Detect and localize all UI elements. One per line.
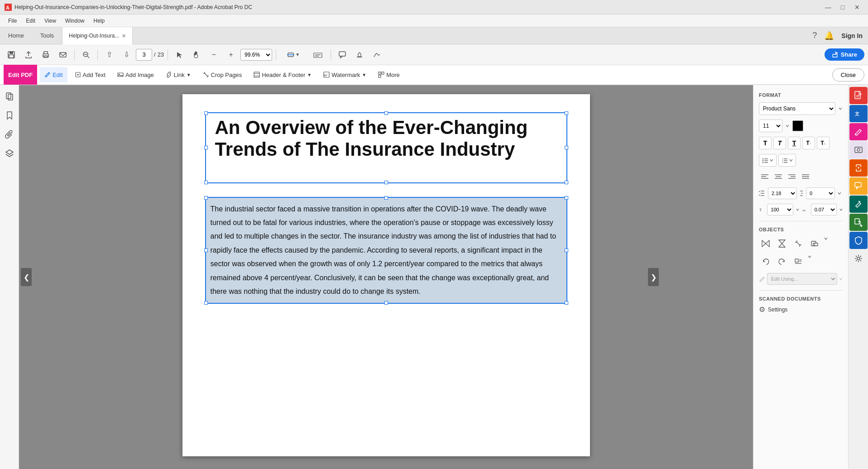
notification-bell-icon[interactable]: 🔔 xyxy=(824,31,834,41)
add-text-button[interactable]: Add Text xyxy=(70,67,110,82)
right-tool-comment-button[interactable] xyxy=(849,177,868,195)
align-right-button[interactable] xyxy=(786,171,798,183)
select-tool-button[interactable] xyxy=(172,48,187,62)
sidebar-icon-layers[interactable] xyxy=(2,146,17,161)
close-button[interactable]: ✕ xyxy=(851,3,863,12)
page-number-input[interactable] xyxy=(136,49,152,61)
watermark-button[interactable]: W Watermark ▼ xyxy=(319,67,371,82)
menu-file[interactable]: File xyxy=(4,17,21,25)
body-handle-ml[interactable] xyxy=(204,249,208,252)
right-tool-shield-button[interactable] xyxy=(849,232,868,249)
previous-page-button[interactable]: ⇧ xyxy=(101,48,117,62)
print-button[interactable] xyxy=(38,48,53,62)
body-handle-tl[interactable] xyxy=(204,196,208,200)
align-center-button[interactable] xyxy=(772,171,784,183)
menu-view[interactable]: View xyxy=(40,17,61,25)
handle-bm[interactable] xyxy=(384,181,388,184)
subscript-button[interactable]: T↓ xyxy=(817,137,830,149)
rotate-left-button[interactable] xyxy=(759,255,772,268)
line-spacing-select[interactable]: 2.18 xyxy=(768,187,797,199)
zoom-out-button[interactable]: − xyxy=(206,48,221,62)
crop-button[interactable] xyxy=(791,237,805,250)
header-footer-button[interactable]: Header & Footer ▼ xyxy=(249,67,316,82)
wrap-text-button[interactable] xyxy=(791,255,805,268)
edit-button[interactable]: Edit xyxy=(40,67,67,82)
tab-document[interactable]: Helping-Out-Insura... × xyxy=(62,27,133,44)
next-page-button[interactable]: ⇩ xyxy=(119,48,134,62)
comment-button[interactable] xyxy=(335,48,350,62)
body-handle-tm[interactable] xyxy=(384,196,388,200)
handle-mr[interactable] xyxy=(565,146,568,149)
handle-br[interactable] xyxy=(565,181,568,184)
highlight-button[interactable] xyxy=(352,48,367,62)
align-justify-button[interactable] xyxy=(800,171,811,183)
email-button[interactable] xyxy=(55,48,71,62)
edit-using-select[interactable]: Edit Using... xyxy=(767,273,837,285)
link-button[interactable]: Link ▼ xyxy=(161,67,196,82)
body-handle-tr[interactable] xyxy=(565,196,568,200)
body-handle-bm[interactable] xyxy=(384,301,388,305)
right-tool-pdf-button[interactable] xyxy=(849,87,868,104)
zoom-in-button[interactable]: + xyxy=(223,48,239,62)
zoom-select[interactable]: 99.6% xyxy=(240,49,272,61)
sidebar-icon-pages[interactable] xyxy=(2,89,17,104)
minimize-button[interactable]: — xyxy=(822,3,834,12)
superscript-button[interactable]: T↑ xyxy=(802,137,815,149)
scan-button[interactable]: ▼ xyxy=(280,48,307,62)
font-color-swatch[interactable] xyxy=(792,120,803,131)
handle-tm[interactable] xyxy=(384,111,388,115)
typewriter-button[interactable] xyxy=(309,48,327,62)
right-tool-export-button[interactable] xyxy=(849,214,868,231)
right-tool-annotate-button[interactable] xyxy=(849,196,868,213)
flip-vertical-button[interactable] xyxy=(775,237,789,250)
sidebar-icon-attachments[interactable] xyxy=(2,127,17,142)
italic-button[interactable]: T xyxy=(773,137,786,149)
prev-page-nav-button[interactable]: ❮ xyxy=(21,268,32,286)
tab-close-button[interactable]: × xyxy=(122,32,125,39)
menu-edit[interactable]: Edit xyxy=(21,17,40,25)
tab-home[interactable]: Home xyxy=(0,27,32,44)
hand-tool-button[interactable] xyxy=(189,48,204,62)
body-handle-mr[interactable] xyxy=(565,249,568,252)
align-left-button[interactable] xyxy=(759,171,771,183)
close-edit-button[interactable]: Close xyxy=(832,68,864,81)
rotate-right-button[interactable] xyxy=(775,255,789,268)
handle-tr[interactable] xyxy=(565,111,568,115)
right-tool-settings-button[interactable] xyxy=(849,250,868,267)
scale-select[interactable]: 100 xyxy=(767,204,793,215)
right-tool-compress-button[interactable] xyxy=(849,159,868,177)
unordered-list-button[interactable] xyxy=(759,154,777,167)
flip-horizontal-button[interactable] xyxy=(759,237,772,250)
handle-tl[interactable] xyxy=(204,111,208,115)
handle-ml[interactable] xyxy=(204,146,208,149)
underline-button[interactable]: T xyxy=(788,137,801,149)
save-button[interactable] xyxy=(4,48,19,62)
right-tool-edit-button[interactable] xyxy=(849,123,868,140)
sign-in-button[interactable]: Sign In xyxy=(841,32,863,39)
sign-button[interactable] xyxy=(369,48,384,62)
kern-select[interactable]: 0.07 xyxy=(811,204,837,215)
sidebar-icon-bookmarks[interactable] xyxy=(2,108,17,123)
body-handle-br[interactable] xyxy=(565,301,568,305)
zoom-out-search-button[interactable] xyxy=(78,48,94,62)
add-image-button[interactable]: Add Image xyxy=(113,67,158,82)
menu-window[interactable]: Window xyxy=(61,17,89,25)
tab-tools[interactable]: Tools xyxy=(32,27,62,44)
handle-bl[interactable] xyxy=(204,181,208,184)
share-button[interactable]: Share xyxy=(825,48,864,61)
ordered-list-button[interactable]: 1.2.3. xyxy=(778,154,796,167)
bold-button[interactable]: T xyxy=(759,137,772,149)
settings-label[interactable]: Settings xyxy=(768,306,787,313)
right-tool-screenshot-button[interactable] xyxy=(849,141,868,158)
content-area[interactable]: ❮ An Overview of the Ever-Changing Trend… xyxy=(19,85,753,469)
help-icon[interactable]: ? xyxy=(812,31,817,40)
more-button[interactable]: More xyxy=(374,67,404,82)
next-page-nav-button[interactable]: ❯ xyxy=(648,268,659,286)
upload-button[interactable] xyxy=(21,48,36,62)
crop-pages-button[interactable]: Crop Pages xyxy=(198,67,247,82)
replace-button[interactable] xyxy=(808,237,821,250)
maximize-button[interactable]: □ xyxy=(836,3,849,12)
menu-help[interactable]: Help xyxy=(89,17,110,25)
font-size-select[interactable]: 11 xyxy=(759,120,782,132)
font-family-select[interactable]: Product Sans xyxy=(759,102,835,115)
